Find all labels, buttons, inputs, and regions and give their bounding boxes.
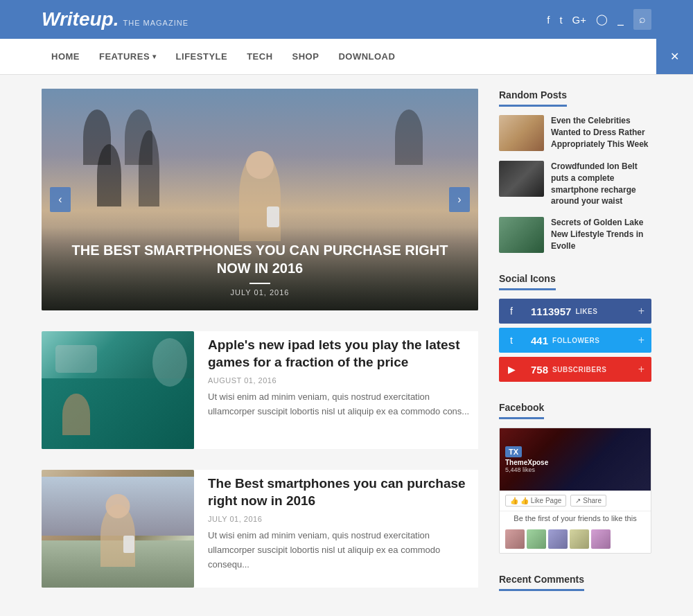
chevron-down-icon: ▾ (152, 53, 157, 60)
fb-widget-brand: ThemeXpose (505, 459, 548, 466)
slider-next-button[interactable]: › (449, 187, 470, 212)
article-title-1[interactable]: Apple's new ipad lets you play the lates… (208, 337, 478, 371)
fb-logo-tx: TX (509, 448, 518, 456)
recent-comments-title: Recent Comments (499, 574, 584, 591)
facebook-widget: TX ThemeXpose 5,448 likes 👍 👍 Like Page … (499, 428, 651, 554)
logo[interactable]: Writeup. THE MAGAZINE (42, 8, 188, 30)
recent-comments-section: Recent Comments (499, 573, 651, 599)
fb-like-label: 👍 Like Page (520, 497, 561, 504)
fb-avatar-4 (570, 529, 589, 549)
article-body-2: The Best smartphones you can purchase ri… (208, 470, 478, 588)
random-posts-title: Random Posts (499, 89, 567, 107)
article-body-1: Apple's new ipad lets you play the lates… (208, 331, 478, 449)
twitter-count: 441 (531, 335, 548, 346)
hero-overlay: THE BEST SMARTPHONES YOU CAN PURCHASE RI… (42, 227, 478, 310)
random-post-2[interactable]: Crowdfunded Ion Belt puts a complete sma… (499, 161, 651, 207)
slider-prev-button[interactable]: ‹ (50, 187, 71, 212)
twitter-icon: t (499, 328, 524, 353)
youtube-plus-icon[interactable]: + (638, 363, 644, 376)
fb-avatar-3 (548, 529, 568, 549)
random-post-title-2: Crowdfunded Ion Belt puts a complete sma… (551, 161, 651, 207)
article-thumb-1[interactable] (42, 331, 194, 449)
nav-inner: HOME FEATURES ▾ LIFESTYLE TECH SHOP DOWN… (0, 39, 656, 74)
twitter-social-row[interactable]: t 441 FOLLOWERS + (499, 328, 651, 353)
facebook-label: LIKES (575, 308, 597, 315)
social-icons-title: Social Icons (499, 273, 556, 290)
article-excerpt-1: Ut wisi enim ad minim veniam, quis nostr… (208, 390, 478, 419)
facebook-header-icon[interactable]: f (547, 14, 550, 26)
article-thumb-2[interactable] (42, 470, 194, 588)
article-excerpt-2: Ut wisi enim ad minim veniam, quis nostr… (208, 529, 478, 572)
fb-widget-info: TX ThemeXpose 5,448 likes (505, 446, 548, 473)
hero-slider: ‹ › THE BEST SMARTPHONES YOU CAN PURCHAS… (42, 89, 478, 310)
youtube-count: 758 (531, 364, 548, 376)
random-thumb-3 (499, 217, 544, 253)
youtube-count-box: 758 SUBSCRIBERS + (524, 357, 651, 382)
hero-date: JULY 01, 2016 (55, 288, 464, 297)
facebook-count-box: 1113957 LIKES + (524, 299, 651, 324)
random-post-1[interactable]: Even the Celebrities Wanted to Dress Rat… (499, 115, 651, 151)
twitter-plus-icon[interactable]: + (638, 334, 644, 346)
nav-item-home[interactable]: HOME (42, 39, 89, 74)
nav-item-shop[interactable]: SHOP (283, 39, 329, 74)
random-post-title-3: Secrets of Golden Lake New Lifestyle Tre… (551, 217, 651, 253)
article-image-1 (42, 331, 194, 449)
facebook-widget-section: Facebook TX ThemeXpose 5,448 likes 👍 (499, 401, 651, 554)
facebook-count: 1113957 (531, 306, 571, 317)
logo-name: Writeup. (42, 8, 119, 30)
fb-avatars (500, 525, 651, 553)
article-title-2[interactable]: The Best smartphones you can purchase ri… (208, 475, 478, 509)
hero-divider (249, 283, 270, 284)
share-icon: ↗ (575, 497, 581, 504)
youtube-icon: ▶ (499, 357, 524, 382)
random-thumb-2 (499, 161, 544, 197)
fb-widget-header: TX ThemeXpose 5,448 likes (500, 428, 651, 491)
fb-widget-buttons: 👍 👍 Like Page ↗ Share (500, 491, 651, 511)
random-post-title-1: Even the Celebrities Wanted to Dress Rat… (551, 115, 651, 151)
fb-widget-text: Be the first of your friends to like thi… (500, 511, 651, 525)
site-header: Writeup. THE MAGAZINE f t G+ ◯ ⎯ ⌕ (0, 0, 693, 39)
facebook-icon: f (499, 299, 524, 324)
facebook-social-row[interactable]: f 1113957 LIKES + (499, 299, 651, 324)
fb-avatar-5 (591, 529, 611, 549)
fb-share-button[interactable]: ↗ Share (570, 495, 606, 507)
article-card-1: Apple's new ipad lets you play the lates… (42, 331, 478, 449)
main-container: ‹ › THE BEST SMARTPHONES YOU CAN PURCHAS… (0, 75, 693, 616)
twitter-label: FOLLOWERS (552, 337, 599, 344)
rss-header-icon[interactable]: ⎯ (617, 14, 624, 26)
facebook-plus-icon[interactable]: + (638, 305, 644, 317)
main-content: ‹ › THE BEST SMARTPHONES YOU CAN PURCHAS… (42, 89, 478, 616)
main-nav: HOME FEATURES ▾ LIFESTYLE TECH SHOP DOWN… (0, 39, 693, 75)
article-image-2 (42, 470, 194, 588)
facebook-widget-title: Facebook (499, 402, 544, 419)
random-post-3[interactable]: Secrets of Golden Lake New Lifestyle Tre… (499, 217, 651, 253)
fb-avatar-1 (505, 529, 525, 549)
twitter-header-icon[interactable]: t (559, 14, 562, 26)
search-header-icon[interactable]: ⌕ (633, 9, 651, 30)
fb-like-button[interactable]: 👍 👍 Like Page (505, 495, 566, 507)
sidebar: Random Posts Even the Celebrities Wanted… (499, 89, 651, 616)
googleplus-header-icon[interactable]: G+ (572, 14, 586, 26)
youtube-social-row[interactable]: ▶ 758 SUBSCRIBERS + (499, 357, 651, 382)
article-card-2: The Best smartphones you can purchase ri… (42, 470, 478, 588)
hero-caption: THE BEST SMARTPHONES YOU CAN PURCHASE RI… (55, 241, 464, 277)
random-icon: ✕ (670, 50, 679, 63)
youtube-label: SUBSCRIBERS (552, 366, 606, 373)
logo-tagline: THE MAGAZINE (123, 19, 188, 27)
thumbs-up-icon: 👍 (510, 497, 518, 504)
random-thumb-1 (499, 115, 544, 151)
fb-share-label: Share (583, 497, 602, 504)
nav-item-features-label: FEATURES (99, 51, 150, 62)
article-date-1: AUGUST 01, 2016 (208, 376, 478, 385)
nav-item-features[interactable]: FEATURES ▾ (89, 39, 166, 74)
instagram-header-icon[interactable]: ◯ (596, 13, 608, 26)
fb-widget-logo: TX (505, 446, 522, 457)
fb-avatar-2 (527, 529, 546, 549)
nav-item-lifestyle[interactable]: LIFESTYLE (166, 39, 238, 74)
fb-widget-likes: 5,448 likes (505, 466, 548, 473)
nav-item-download[interactable]: DOWNLOAD (328, 39, 405, 74)
nav-item-tech[interactable]: TECH (237, 39, 282, 74)
random-posts-section: Random Posts Even the Celebrities Wanted… (499, 89, 651, 253)
random-post-button[interactable]: ✕ (656, 39, 693, 74)
article-date-2: JULY 01, 2016 (208, 515, 478, 523)
